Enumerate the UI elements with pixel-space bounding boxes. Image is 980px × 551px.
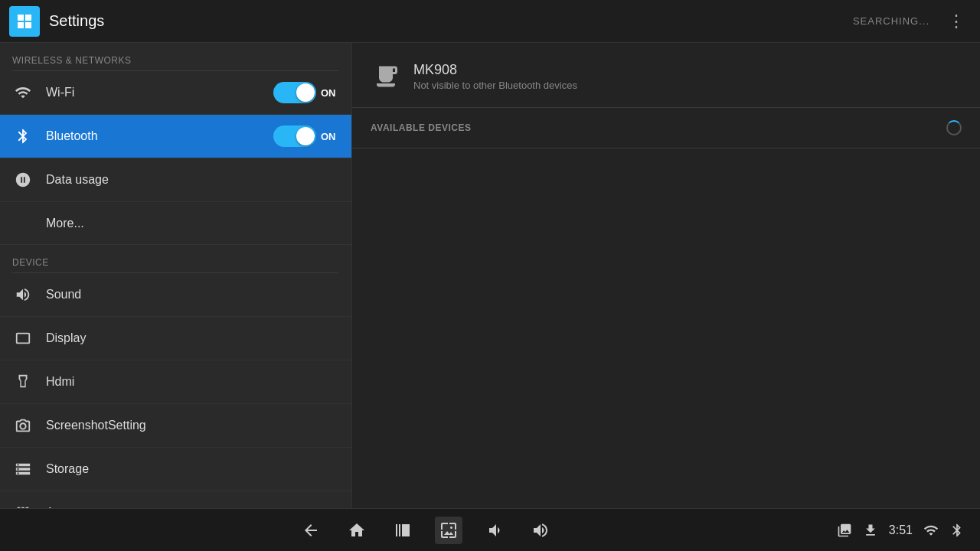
content-panel: MK908 Not visible to other Bluetooth dev… bbox=[352, 43, 980, 508]
sidebar-item-storage[interactable]: Storage bbox=[0, 448, 351, 491]
home-button[interactable] bbox=[343, 517, 371, 544]
volume-down-button[interactable] bbox=[481, 517, 508, 544]
screenshot-setting-icon bbox=[12, 415, 34, 436]
wifi-icon bbox=[12, 82, 34, 103]
display-label: Display bbox=[46, 331, 339, 345]
apps-icon bbox=[12, 502, 34, 508]
sidebar-item-sound[interactable]: Sound bbox=[0, 273, 351, 317]
apps-label: Apps bbox=[46, 506, 339, 508]
gallery-icon bbox=[837, 523, 852, 538]
sound-icon bbox=[12, 284, 34, 305]
section-header-device: DEVICE bbox=[0, 245, 351, 272]
storage-icon bbox=[12, 458, 34, 480]
wifi-toggle-label: ON bbox=[321, 87, 339, 99]
sidebar-item-screenshot[interactable]: ScreenshotSetting bbox=[0, 404, 351, 448]
sound-label: Sound bbox=[46, 288, 339, 302]
wifi-toggle-thumb bbox=[296, 83, 315, 102]
searching-spinner bbox=[946, 120, 962, 135]
device-subtitle: Not visible to other Bluetooth devices bbox=[413, 80, 577, 91]
section-header-wireless: WIRELESS & NETWORKS bbox=[0, 43, 351, 70]
sidebar-item-more[interactable]: More... bbox=[0, 202, 351, 245]
bluetooth-status-icon bbox=[949, 523, 965, 538]
main-layout: WIRELESS & NETWORKS Wi-Fi ON Bluetooth bbox=[0, 43, 980, 508]
app-icon bbox=[9, 6, 40, 37]
download-icon bbox=[863, 523, 878, 538]
device-info-text: MK908 Not visible to other Bluetooth dev… bbox=[413, 62, 577, 91]
display-icon bbox=[12, 328, 34, 349]
overflow-menu-button[interactable]: ⋮ bbox=[942, 8, 971, 34]
sidebar-item-hdmi[interactable]: Hdmi bbox=[0, 360, 351, 404]
sidebar-item-wifi[interactable]: Wi-Fi ON bbox=[0, 71, 351, 115]
bottom-right-status: 3:51 bbox=[837, 523, 965, 538]
wifi-toggle[interactable]: ON bbox=[273, 82, 339, 103]
bottom-nav bbox=[15, 517, 837, 544]
sidebar-item-bluetooth[interactable]: Bluetooth ON bbox=[0, 115, 351, 158]
bluetooth-toggle-track[interactable] bbox=[273, 126, 316, 147]
more-label: More... bbox=[46, 217, 339, 230]
device-info: MK908 Not visible to other Bluetooth dev… bbox=[352, 43, 980, 108]
data-usage-icon bbox=[12, 169, 34, 191]
bottom-bar: 3:51 bbox=[0, 508, 980, 551]
wifi-toggle-track[interactable] bbox=[273, 82, 316, 103]
screenshot-label: ScreenshotSetting bbox=[46, 419, 339, 432]
bluetooth-icon bbox=[12, 126, 34, 147]
bluetooth-toggle[interactable]: ON bbox=[273, 126, 339, 147]
available-devices-section: AVAILABLE DEVICES bbox=[352, 108, 980, 148]
device-name: MK908 bbox=[413, 62, 577, 78]
sidebar: WIRELESS & NETWORKS Wi-Fi ON Bluetooth bbox=[0, 43, 352, 508]
available-devices-label: AVAILABLE DEVICES bbox=[371, 122, 946, 133]
sidebar-item-data-usage[interactable]: Data usage bbox=[0, 158, 351, 202]
time-display: 3:51 bbox=[889, 523, 913, 537]
wifi-label: Wi-Fi bbox=[46, 86, 273, 99]
page-title: Settings bbox=[49, 12, 853, 30]
volume-up-button[interactable] bbox=[527, 517, 554, 544]
sidebar-item-apps[interactable]: Apps bbox=[0, 491, 351, 508]
top-bar: Settings SEARCHING... ⋮ bbox=[0, 0, 980, 43]
wifi-status-icon bbox=[923, 523, 939, 538]
data-usage-label: Data usage bbox=[46, 173, 339, 187]
hdmi-icon bbox=[12, 371, 34, 393]
sidebar-item-display[interactable]: Display bbox=[0, 317, 351, 360]
bluetooth-toggle-label: ON bbox=[321, 131, 339, 142]
bluetooth-toggle-thumb bbox=[296, 127, 315, 145]
recents-button[interactable] bbox=[389, 517, 416, 544]
storage-label: Storage bbox=[46, 462, 339, 476]
screenshot-button[interactable] bbox=[435, 517, 462, 544]
bluetooth-label: Bluetooth bbox=[46, 129, 273, 143]
device-bluetooth-icon bbox=[371, 61, 401, 92]
hdmi-label: Hdmi bbox=[46, 375, 339, 389]
back-button[interactable] bbox=[297, 517, 325, 544]
searching-label: SEARCHING... bbox=[853, 15, 929, 27]
